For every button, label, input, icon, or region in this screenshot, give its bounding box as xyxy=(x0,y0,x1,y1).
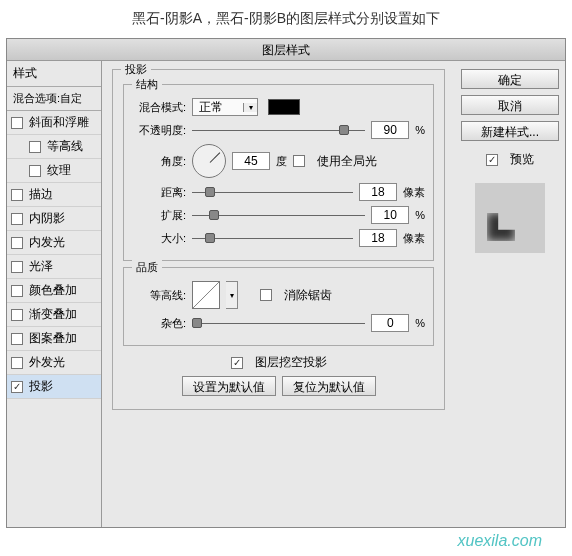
style-checkbox[interactable] xyxy=(29,165,41,177)
sidebar-item-label: 内阴影 xyxy=(29,210,65,227)
global-light-checkbox[interactable] xyxy=(293,155,305,167)
caption-text: 黑石-阴影A，黑石-阴影B的图层样式分别设置如下 xyxy=(0,0,572,38)
sidebar-item-label: 投影 xyxy=(29,378,53,395)
knockout-label: 图层挖空投影 xyxy=(255,354,327,371)
sidebar-item-label: 外发光 xyxy=(29,354,65,371)
structure-legend: 结构 xyxy=(132,77,162,92)
settings-panel: 投影 结构 混合模式: 正常▾ 不透明度: 90 % xyxy=(102,61,455,527)
sidebar-item-label: 斜面和浮雕 xyxy=(29,114,89,131)
style-checkbox[interactable]: ✓ xyxy=(11,381,23,393)
styles-sidebar: 样式 混合选项:自定 斜面和浮雕等高线纹理描边内阴影内发光光泽颜色叠加渐变叠加图… xyxy=(7,61,102,527)
watermark: xuexila.com xyxy=(458,532,542,550)
antialias-label: 消除锯齿 xyxy=(284,287,332,304)
cancel-button[interactable]: 取消 xyxy=(461,95,559,115)
sidebar-item-7[interactable]: 颜色叠加 xyxy=(7,279,101,303)
style-checkbox[interactable] xyxy=(11,261,23,273)
opacity-unit: % xyxy=(415,124,425,136)
new-style-button[interactable]: 新建样式... xyxy=(461,121,559,141)
antialias-checkbox[interactable] xyxy=(260,289,272,301)
chevron-down-icon: ▾ xyxy=(243,103,257,112)
contour-picker[interactable] xyxy=(192,281,220,309)
spread-input[interactable]: 10 xyxy=(371,206,409,224)
style-checkbox[interactable] xyxy=(29,141,41,153)
distance-input[interactable]: 18 xyxy=(359,183,397,201)
angle-input[interactable]: 45 xyxy=(232,152,270,170)
noise-slider[interactable] xyxy=(192,316,365,330)
ok-button[interactable]: 确定 xyxy=(461,69,559,89)
noise-label: 杂色: xyxy=(132,316,186,331)
blendmode-label: 混合模式: xyxy=(132,100,186,115)
sidebar-item-6[interactable]: 光泽 xyxy=(7,255,101,279)
size-slider[interactable] xyxy=(192,231,353,245)
style-checkbox[interactable] xyxy=(11,117,23,129)
style-checkbox[interactable] xyxy=(11,309,23,321)
spread-slider[interactable] xyxy=(192,208,365,222)
sidebar-item-label: 等高线 xyxy=(47,138,83,155)
preview-label: 预览 xyxy=(510,151,534,168)
style-checkbox[interactable] xyxy=(11,237,23,249)
sidebar-item-2[interactable]: 纹理 xyxy=(7,159,101,183)
contour-dropdown-icon[interactable]: ▾ xyxy=(226,281,238,309)
sidebar-item-label: 颜色叠加 xyxy=(29,282,77,299)
sidebar-item-11[interactable]: ✓投影 xyxy=(7,375,101,399)
panel-title: 投影 xyxy=(121,62,151,77)
angle-unit: 度 xyxy=(276,154,287,169)
preview-thumbnail xyxy=(475,183,545,253)
style-checkbox[interactable] xyxy=(11,285,23,297)
blend-options-link[interactable]: 混合选项:自定 xyxy=(7,87,101,111)
shadow-color-swatch[interactable] xyxy=(268,99,300,115)
distance-slider[interactable] xyxy=(192,185,353,199)
contour-label: 等高线: xyxy=(132,288,186,303)
style-checkbox[interactable] xyxy=(11,357,23,369)
sidebar-item-label: 渐变叠加 xyxy=(29,306,77,323)
sidebar-item-label: 图案叠加 xyxy=(29,330,77,347)
sidebar-item-0[interactable]: 斜面和浮雕 xyxy=(7,111,101,135)
opacity-slider[interactable] xyxy=(192,123,365,137)
spread-label: 扩展: xyxy=(132,208,186,223)
style-checkbox[interactable] xyxy=(11,189,23,201)
style-checkbox[interactable] xyxy=(11,333,23,345)
style-checkbox[interactable] xyxy=(11,213,23,225)
spread-unit: % xyxy=(415,209,425,221)
angle-dial[interactable] xyxy=(192,144,226,178)
dialog-title: 图层样式 xyxy=(7,39,565,61)
angle-label: 角度: xyxy=(132,154,186,169)
make-default-button[interactable]: 设置为默认值 xyxy=(182,376,276,396)
distance-label: 距离: xyxy=(132,185,186,200)
sidebar-item-label: 光泽 xyxy=(29,258,53,275)
size-label: 大小: xyxy=(132,231,186,246)
reset-default-button[interactable]: 复位为默认值 xyxy=(282,376,376,396)
sidebar-item-1[interactable]: 等高线 xyxy=(7,135,101,159)
sidebar-header: 样式 xyxy=(7,61,101,87)
sidebar-item-label: 内发光 xyxy=(29,234,65,251)
global-light-label: 使用全局光 xyxy=(317,153,377,170)
quality-legend: 品质 xyxy=(132,260,162,275)
sidebar-item-8[interactable]: 渐变叠加 xyxy=(7,303,101,327)
size-input[interactable]: 18 xyxy=(359,229,397,247)
opacity-label: 不透明度: xyxy=(132,123,186,138)
sidebar-item-9[interactable]: 图案叠加 xyxy=(7,327,101,351)
sidebar-item-label: 描边 xyxy=(29,186,53,203)
sidebar-item-3[interactable]: 描边 xyxy=(7,183,101,207)
sidebar-item-label: 纹理 xyxy=(47,162,71,179)
noise-unit: % xyxy=(415,317,425,329)
sidebar-item-5[interactable]: 内发光 xyxy=(7,231,101,255)
layer-style-dialog: 图层样式 样式 混合选项:自定 斜面和浮雕等高线纹理描边内阴影内发光光泽颜色叠加… xyxy=(6,38,566,528)
opacity-input[interactable]: 90 xyxy=(371,121,409,139)
sidebar-item-4[interactable]: 内阴影 xyxy=(7,207,101,231)
blendmode-dropdown[interactable]: 正常▾ xyxy=(192,98,258,116)
preview-checkbox[interactable]: ✓ xyxy=(486,154,498,166)
dialog-buttons: 确定 取消 新建样式... ✓ 预览 xyxy=(455,61,565,527)
distance-unit: 像素 xyxy=(403,185,425,200)
size-unit: 像素 xyxy=(403,231,425,246)
knockout-checkbox[interactable]: ✓ xyxy=(231,357,243,369)
sidebar-item-10[interactable]: 外发光 xyxy=(7,351,101,375)
noise-input[interactable]: 0 xyxy=(371,314,409,332)
